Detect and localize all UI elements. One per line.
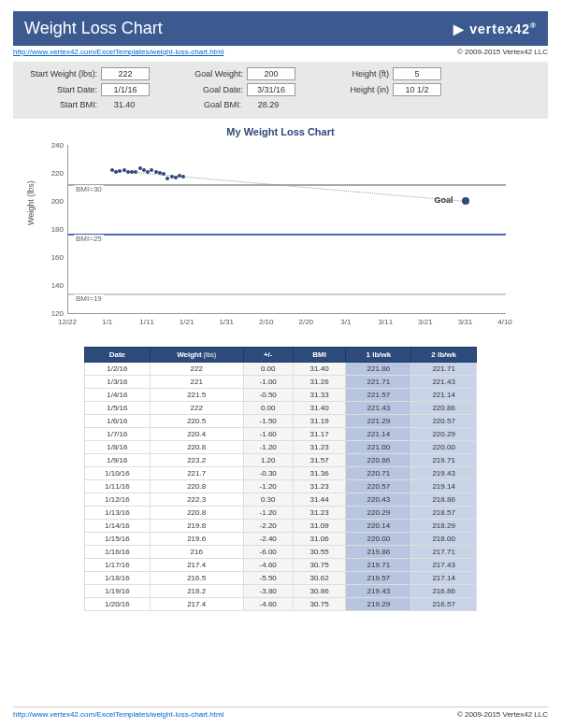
cell[interactable]: 220.86 — [346, 454, 411, 467]
cell[interactable]: 1/8/16 — [85, 441, 151, 454]
cell[interactable]: -2.20 — [243, 520, 293, 533]
cell[interactable]: 219.86 — [346, 546, 411, 559]
cell[interactable]: 0.00 — [243, 363, 293, 376]
cell[interactable]: 220.8 — [150, 441, 243, 454]
cell[interactable]: 221.29 — [346, 415, 411, 428]
cell[interactable]: 221.57 — [346, 389, 411, 402]
cell[interactable]: 30.86 — [293, 585, 346, 598]
cell[interactable]: 216.5 — [150, 572, 243, 585]
cell[interactable]: 221.5 — [150, 389, 243, 402]
cell[interactable]: 1/2/16 — [85, 363, 151, 376]
height-ft-input[interactable]: 5 — [393, 67, 441, 80]
cell[interactable]: 221.14 — [411, 389, 477, 402]
cell[interactable]: 30.75 — [293, 559, 346, 572]
cell[interactable]: -3.80 — [243, 585, 293, 598]
cell[interactable]: 217.4 — [150, 598, 243, 611]
cell[interactable]: 31.33 — [293, 389, 346, 402]
footer-link[interactable]: http://www.vertex42.com/ExcelTemplates/w… — [13, 710, 223, 719]
height-in-input[interactable]: 10 1/2 — [393, 83, 441, 96]
cell[interactable]: 220.43 — [346, 493, 411, 507]
cell[interactable]: 31.26 — [293, 376, 346, 389]
cell[interactable]: 219.29 — [346, 598, 411, 611]
cell[interactable]: 31.44 — [293, 493, 346, 507]
cell[interactable]: 220.57 — [346, 480, 411, 493]
cell[interactable]: 1/12/16 — [85, 493, 151, 507]
cell[interactable]: -4.60 — [243, 559, 293, 572]
cell[interactable]: 1/11/16 — [85, 480, 151, 493]
cell[interactable]: 31.36 — [293, 467, 346, 480]
cell[interactable]: -0.50 — [243, 389, 293, 402]
cell[interactable]: 219.6 — [150, 533, 243, 546]
cell[interactable]: -1.20 — [243, 507, 293, 520]
cell[interactable]: 221.00 — [346, 441, 411, 454]
cell[interactable]: 221.7 — [150, 467, 243, 480]
cell[interactable]: 1/19/16 — [85, 585, 151, 598]
cell[interactable]: 216.86 — [411, 585, 477, 598]
cell[interactable]: 1/13/16 — [85, 507, 151, 520]
cell[interactable]: 1/18/16 — [85, 572, 151, 585]
cell[interactable]: 31.57 — [293, 454, 346, 467]
cell[interactable]: 220.4 — [150, 428, 243, 441]
cell[interactable]: 220.29 — [411, 428, 477, 441]
cell[interactable]: 221.71 — [346, 376, 411, 389]
cell[interactable]: 1/5/16 — [85, 402, 151, 415]
cell[interactable]: 31.09 — [293, 520, 346, 533]
cell[interactable]: -4.60 — [243, 598, 293, 611]
cell[interactable]: 1/20/16 — [85, 598, 151, 611]
cell[interactable]: 31.06 — [293, 533, 346, 546]
cell[interactable]: 220.00 — [346, 533, 411, 546]
cell[interactable]: 219.43 — [411, 467, 477, 480]
start-date-input[interactable]: 1/1/16 — [101, 83, 150, 96]
cell[interactable]: -5.50 — [243, 572, 293, 585]
cell[interactable]: 220.14 — [346, 520, 411, 533]
cell[interactable]: 221.43 — [346, 402, 411, 415]
cell[interactable]: -1.00 — [243, 376, 293, 389]
cell[interactable]: 31.40 — [293, 363, 346, 376]
cell[interactable]: 219.14 — [411, 480, 477, 493]
cell[interactable]: 220.8 — [150, 480, 243, 493]
cell[interactable]: 31.23 — [293, 507, 346, 520]
source-link[interactable]: http://www.vertex42.com/ExcelTemplates/w… — [13, 48, 223, 56]
cell[interactable]: 1/3/16 — [85, 376, 151, 389]
cell[interactable]: 221.86 — [346, 363, 411, 376]
cell[interactable]: 221.43 — [411, 376, 477, 389]
cell[interactable]: 220.29 — [346, 507, 411, 520]
cell[interactable]: 218.29 — [411, 520, 477, 533]
cell[interactable]: 219.57 — [346, 572, 411, 585]
cell[interactable]: 223.2 — [150, 454, 243, 467]
cell[interactable]: 219.43 — [346, 585, 411, 598]
cell[interactable]: 31.17 — [293, 428, 346, 441]
cell[interactable]: 219.8 — [150, 520, 243, 533]
cell[interactable]: 216.57 — [411, 598, 477, 611]
cell[interactable]: 222 — [150, 402, 243, 415]
cell[interactable]: 218.57 — [411, 507, 477, 520]
cell[interactable]: -6.00 — [243, 546, 293, 559]
cell[interactable]: 1/9/16 — [85, 454, 151, 467]
cell[interactable]: 217.4 — [150, 559, 243, 572]
cell[interactable]: 0.00 — [243, 402, 293, 415]
cell[interactable]: 31.23 — [293, 441, 346, 454]
cell[interactable]: 217.14 — [411, 572, 477, 585]
cell[interactable]: 217.71 — [411, 546, 477, 559]
goal-date-input[interactable]: 3/31/16 — [247, 83, 295, 96]
cell[interactable]: 31.40 — [293, 402, 346, 415]
cell[interactable]: 1/10/16 — [85, 467, 151, 480]
cell[interactable]: 219.71 — [346, 559, 411, 572]
cell[interactable]: 220.86 — [411, 402, 477, 415]
cell[interactable]: -2.40 — [243, 533, 293, 546]
cell[interactable]: 219.71 — [411, 454, 477, 467]
cell[interactable]: 1/4/16 — [85, 389, 151, 402]
cell[interactable]: -1.20 — [243, 441, 293, 454]
cell[interactable]: 31.23 — [293, 480, 346, 493]
goal-weight-input[interactable]: 200 — [247, 67, 295, 80]
cell[interactable]: 1/6/16 — [85, 415, 151, 428]
cell[interactable]: 221 — [150, 376, 243, 389]
cell[interactable]: 31.19 — [293, 415, 346, 428]
cell[interactable]: 216 — [150, 546, 243, 559]
cell[interactable]: 1/15/16 — [85, 533, 151, 546]
cell[interactable]: 221.71 — [411, 363, 477, 376]
cell[interactable]: 1/14/16 — [85, 520, 151, 533]
cell[interactable]: 222 — [150, 363, 243, 376]
cell[interactable]: 218.00 — [411, 533, 477, 546]
cell[interactable]: 222.3 — [150, 493, 243, 507]
